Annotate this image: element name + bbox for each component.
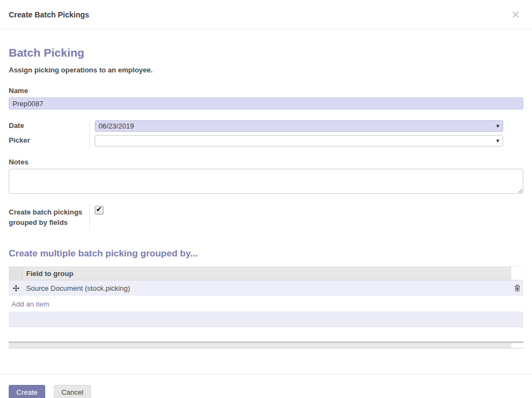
picker-field: ▼	[95, 135, 503, 146]
scrollbar-track[interactable]	[9, 343, 511, 348]
dialog-body: Batch Picking Assign picking operations …	[0, 46, 532, 348]
field-to-group-header: Field to group	[23, 270, 511, 278]
checkmark-icon: ✔	[96, 205, 102, 213]
group-section-heading: Create multiple batch picking grouped by…	[9, 248, 523, 259]
dialog-title: Create Batch Pickings	[9, 10, 89, 19]
handle-column-header	[9, 267, 23, 280]
create-button[interactable]: Create	[9, 385, 45, 398]
dialog-footer: Create Cancel	[0, 374, 532, 398]
add-item-row: Add an item	[9, 296, 523, 312]
name-label: Name	[9, 87, 523, 95]
date-input[interactable]	[95, 120, 503, 132]
date-picker-group: Date ▼ Picker ▼	[9, 119, 523, 148]
table-header-row: Field to group	[9, 266, 523, 280]
add-an-item-link[interactable]: Add an item	[9, 300, 49, 308]
form-heading: Batch Picking	[9, 46, 523, 59]
move-icon[interactable]	[13, 285, 20, 292]
fields-to-group-table: Field to group	[9, 266, 523, 327]
close-icon[interactable]: ×	[508, 8, 523, 21]
table-row[interactable]: Source Document (stock.picking)	[9, 280, 523, 296]
grouped-checkbox[interactable]: ✔	[95, 206, 103, 215]
date-field: ▼	[95, 120, 503, 132]
notes-label: Notes	[9, 158, 523, 166]
empty-table-row	[9, 312, 523, 327]
trash-icon[interactable]	[514, 284, 521, 292]
grouped-row: Create batch pickings grouped by fields …	[9, 204, 523, 230]
date-row: Date ▼	[9, 119, 523, 133]
name-input[interactable]	[9, 97, 523, 109]
form-subheading: Assign picking operations to an employee…	[9, 66, 523, 74]
dialog-header: Create Batch Pickings ×	[0, 0, 532, 29]
create-batch-pickings-dialog: Create Batch Pickings × Batch Picking As…	[0, 0, 532, 398]
cancel-button[interactable]: Cancel	[54, 385, 91, 398]
delete-column-header	[511, 267, 523, 280]
field-to-group-value: Source Document (stock.picking)	[23, 284, 511, 292]
picker-input[interactable]	[95, 135, 503, 146]
horizontal-scrollbar[interactable]	[9, 341, 523, 348]
picker-row: Picker ▼	[9, 133, 523, 148]
picker-label: Picker	[9, 133, 90, 148]
grouped-label: Create batch pickings grouped by fields	[9, 204, 90, 230]
notes-textarea[interactable]	[9, 169, 523, 194]
date-label: Date	[9, 119, 90, 133]
